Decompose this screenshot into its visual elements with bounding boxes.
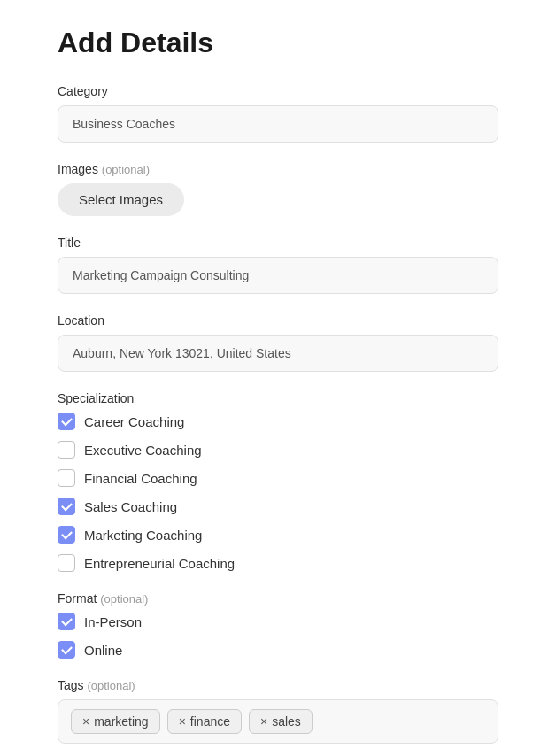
checkbox-entrepreneurial-coaching[interactable] [58,554,75,572]
specialization-item-sales-coaching[interactable]: Sales Coaching [58,498,498,515]
checkbox-format-online[interactable] [58,641,75,659]
format-list: In-PersonOnline [58,613,498,659]
images-label: Images (optional) [58,162,498,176]
checkbox-financial-coaching[interactable] [58,469,75,487]
select-images-button[interactable]: Select Images [58,183,184,216]
specialization-item-career-coaching[interactable]: Career Coaching [58,413,498,430]
checkbox-sales-coaching[interactable] [58,498,75,515]
checkbox-label-career-coaching: Career Coaching [84,414,184,429]
format-item-online[interactable]: Online [58,641,498,659]
title-input[interactable] [58,257,498,294]
checkbox-career-coaching[interactable] [58,413,75,430]
category-input[interactable] [58,105,498,143]
specialization-item-executive-coaching[interactable]: Executive Coaching [58,441,498,459]
tag-finance: ×finance [167,709,242,734]
tag-sales: ×sales [249,709,313,734]
tag-remove-marketing[interactable]: × [82,715,89,728]
checkbox-label-financial-coaching: Financial Coaching [84,471,197,486]
title-field: Title [58,235,498,294]
tag-remove-sales[interactable]: × [260,715,267,728]
category-field: Category [58,84,498,143]
format-label: Format (optional) [58,591,498,606]
tags-label: Tags (optional) [58,678,498,692]
tags-field: Tags (optional) ×marketing×finance×sales [58,678,498,744]
checkbox-format-label-in-person: In-Person [84,614,142,629]
title-label: Title [58,235,498,250]
tag-label-marketing: marketing [94,714,148,729]
tag-remove-finance[interactable]: × [179,715,186,728]
tags-container[interactable]: ×marketing×finance×sales [58,699,498,744]
checkbox-label-sales-coaching: Sales Coaching [84,499,177,514]
checkbox-label-marketing-coaching: Marketing Coaching [84,528,202,543]
specialization-item-financial-coaching[interactable]: Financial Coaching [58,469,498,487]
category-label: Category [58,84,498,98]
format-item-in-person[interactable]: In-Person [58,613,498,630]
specialization-list: Career CoachingExecutive CoachingFinanci… [58,413,498,572]
checkbox-format-label-online: Online [84,643,122,658]
specialization-item-marketing-coaching[interactable]: Marketing Coaching [58,526,498,544]
location-field: Location [58,313,498,372]
checkbox-executive-coaching[interactable] [58,441,75,459]
images-field: Images (optional) Select Images [58,162,498,216]
checkbox-format-in-person[interactable] [58,613,75,630]
page-title: Add Details [58,27,498,59]
specialization-field: Specialization Career CoachingExecutive … [58,391,498,572]
tag-label-finance: finance [190,714,230,729]
specialization-label: Specialization [58,391,498,405]
checkbox-marketing-coaching[interactable] [58,526,75,544]
checkbox-label-entrepreneurial-coaching: Entrepreneurial Coaching [84,556,235,571]
format-field: Format (optional) In-PersonOnline [58,591,498,659]
tag-label-sales: sales [272,714,301,729]
location-input[interactable] [58,335,498,372]
checkbox-label-executive-coaching: Executive Coaching [84,443,202,458]
location-label: Location [58,313,498,328]
tag-marketing: ×marketing [71,709,160,734]
specialization-item-entrepreneurial-coaching[interactable]: Entrepreneurial Coaching [58,554,498,572]
